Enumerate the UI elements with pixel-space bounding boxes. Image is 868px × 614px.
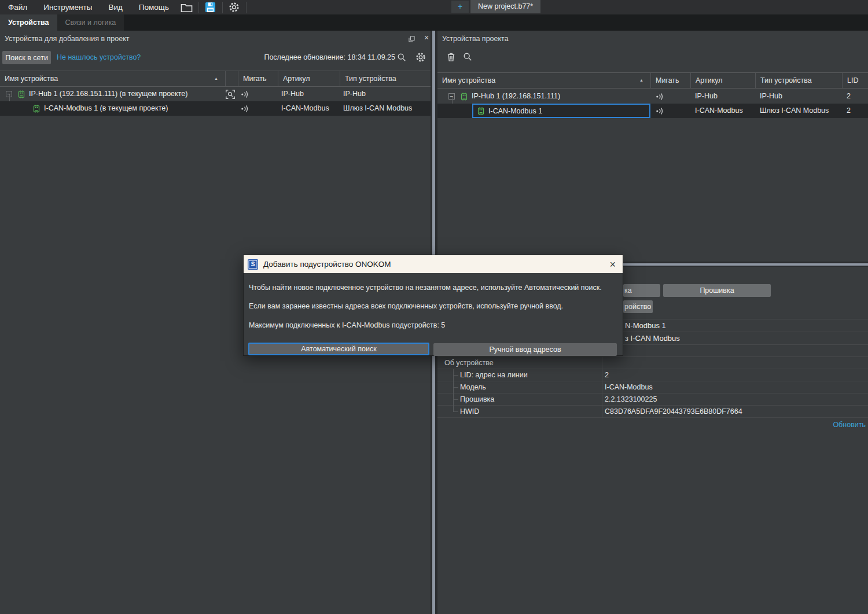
locate-scan-icon[interactable] <box>225 89 236 100</box>
grid-column-divider <box>602 357 602 418</box>
trash-icon[interactable] <box>447 52 455 62</box>
tree-line <box>453 369 454 412</box>
device-articul: IP-Hub <box>690 89 755 104</box>
device-name-line-fragment: N-Modbus 1 <box>625 319 666 332</box>
column-header-lid[interactable]: LID <box>842 73 868 88</box>
property-value: 2 <box>605 369 609 381</box>
cut-off-button-1[interactable]: ка <box>623 284 660 297</box>
blink-signal-icon[interactable] <box>240 90 250 98</box>
main-tab-strip: Устройства Связи и логика <box>0 14 868 31</box>
menu-separator <box>246 2 247 13</box>
blink-signal-icon[interactable] <box>655 93 665 101</box>
property-row[interactable]: HWID C83D76A5DFA9F20443793E6B80DF7664 <box>437 406 868 418</box>
device-type: IP-Hub <box>340 87 431 101</box>
group-label: Об устройстве <box>444 357 494 369</box>
about-device-group-row[interactable]: Об устройстве <box>437 357 868 369</box>
table-row[interactable]: − IP-Hub 1 (192.168.151.111) (в текущем … <box>0 87 431 101</box>
device-type: Шлюз I-CAN Modbus <box>340 101 431 116</box>
tree-line <box>453 411 458 412</box>
last-update-text: Последнее обновление: 18:34 11.09.25 <box>264 53 395 61</box>
device-type: IP-Hub <box>755 89 842 104</box>
tab-links-logic[interactable]: Связи и логика <box>57 14 124 31</box>
tree-line <box>453 387 458 388</box>
table-row[interactable]: − IP-Hub 1 (192.168.151.111) <box>437 89 868 104</box>
dialog-titlebar: S Добавить подустройство ONOKOM × <box>244 255 623 273</box>
property-key: Прошивка <box>460 394 494 406</box>
device-type-line-fragment: з I-CAN Modbus <box>625 332 680 344</box>
device-name: I-CAN-Modbus 1 (в текущем проекте) <box>44 101 168 116</box>
device-articul: I-CAN-Modbus <box>690 104 755 118</box>
device-module-icon <box>477 107 485 115</box>
settings-gear-icon[interactable] <box>225 1 244 14</box>
column-header-type[interactable]: Тип устройства <box>340 71 431 86</box>
float-panel-icon[interactable] <box>409 36 415 42</box>
open-folder-icon[interactable] <box>177 1 197 14</box>
automatic-search-button[interactable]: Автоматический поиск <box>248 343 429 355</box>
property-key: Модель <box>460 381 486 394</box>
save-icon[interactable] <box>201 1 220 14</box>
blink-signal-icon[interactable] <box>655 107 665 115</box>
menu-tools[interactable]: Инструменты <box>35 3 100 12</box>
project-devices-panel: Устройства проекта Имя устройства ▲ Мига… <box>437 31 868 262</box>
search-icon[interactable] <box>397 53 406 62</box>
dialog-title: Добавить подустройство ONOKOM <box>263 260 391 269</box>
property-row[interactable]: LID: адрес на линии 2 <box>437 369 868 381</box>
application-window: Файл Инструменты Вид Помощь <box>0 0 868 614</box>
property-row[interactable]: Модель I-CAN-Modbus <box>437 381 868 394</box>
column-header-articul[interactable]: Артикул <box>690 73 755 88</box>
column-header-blink[interactable]: Мигать <box>238 71 278 86</box>
device-name: I-CAN-Modbus 1 <box>488 107 542 115</box>
device-lid: 2 <box>842 104 868 118</box>
menu-help[interactable]: Помощь <box>131 3 177 12</box>
tab-devices[interactable]: Устройства <box>0 14 57 31</box>
property-key: LID: адрес на линии <box>460 369 528 381</box>
device-articul: I-CAN-Modbus <box>278 101 340 116</box>
column-header-blink[interactable]: Мигать <box>650 73 690 88</box>
column-header-name[interactable]: Имя устройства ▲ <box>437 73 650 88</box>
gear-icon[interactable] <box>415 52 426 62</box>
refresh-link[interactable]: Обновить <box>833 421 866 429</box>
device-type: Шлюз I-CAN Modbus <box>755 104 842 118</box>
menu-bar: Файл Инструменты Вид Помощь <box>0 0 868 14</box>
blink-signal-icon[interactable] <box>240 105 250 113</box>
add-subdevice-dialog: S Добавить подустройство ONOKOM × Чтобы … <box>243 255 623 356</box>
property-key: HWID <box>460 406 479 418</box>
close-panel-icon[interactable]: × <box>424 33 429 42</box>
search-network-button[interactable]: Поиск в сети <box>2 51 51 64</box>
column-header-articul[interactable]: Артикул <box>278 71 340 86</box>
menu-separator <box>198 2 199 13</box>
project-tab[interactable]: New project.b77* <box>470 0 540 13</box>
dialog-app-icon: S <box>248 259 258 270</box>
menu-separator <box>222 2 223 13</box>
property-row[interactable]: Прошивка 2.2.1323100225 <box>437 394 868 406</box>
column-header-empty[interactable] <box>225 71 238 86</box>
device-name: IP-Hub 1 (192.168.151.111) (в текущем пр… <box>29 87 187 101</box>
manual-address-input-button[interactable]: Ручной ввод адресов <box>433 343 617 356</box>
column-header-name[interactable]: Имя устройства ▲ <box>0 71 225 86</box>
dialog-text-line: Если вам заранее известны адреса всех по… <box>249 302 563 310</box>
dialog-close-icon[interactable]: × <box>609 259 616 270</box>
cut-off-button-2[interactable]: ройство <box>623 300 653 313</box>
menu-view[interactable]: Вид <box>100 3 130 12</box>
add-project-tab-button[interactable]: + <box>451 1 469 13</box>
tree-line <box>453 399 458 400</box>
device-not-found-link[interactable]: Не нашлось устройство? <box>57 53 141 61</box>
column-header-type[interactable]: Тип устройства <box>755 73 842 88</box>
dialog-text-line: Максимум подключенных к I-CAN-Modbus под… <box>249 321 445 329</box>
search-icon[interactable] <box>463 52 472 61</box>
dialog-text-line: Чтобы найти новое подключенное устройств… <box>249 284 602 292</box>
device-articul: IP-Hub <box>278 87 340 101</box>
device-lid: 2 <box>842 89 868 104</box>
device-module-icon <box>32 105 41 113</box>
left-table-header: Имя устройства ▲ Мигать Артикул Тип устр… <box>0 71 431 87</box>
sort-ascending-icon: ▲ <box>639 73 643 88</box>
right-table-header: Имя устройства ▲ Мигать Артикул Тип устр… <box>437 72 868 89</box>
left-panel-title: Устройства для добавления в проект <box>5 35 130 43</box>
property-value: I-CAN-Modbus <box>605 381 653 394</box>
menu-file[interactable]: Файл <box>0 3 35 12</box>
firmware-button[interactable]: Прошивка <box>663 284 771 297</box>
property-value: C83D76A5DFA9F20443793E6B80DF7664 <box>605 406 742 418</box>
tree-line <box>453 375 458 376</box>
selected-device-name-cell[interactable]: I-CAN-Modbus 1 <box>472 104 650 118</box>
table-row[interactable]: I-CAN-Modbus 1 (в текущем проекте) I-CAN… <box>0 101 431 116</box>
